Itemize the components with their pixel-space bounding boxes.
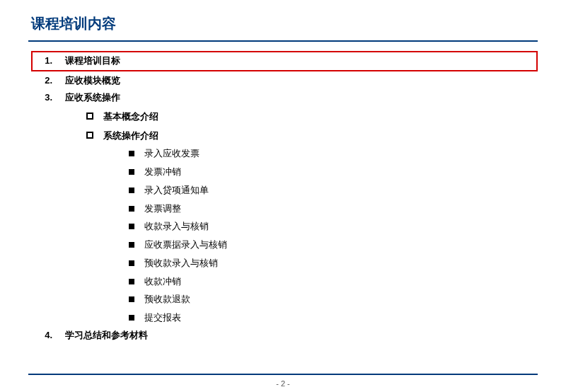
square-bullet-icon xyxy=(129,206,134,212)
toc-leaf-label: 收款冲销 xyxy=(144,274,181,291)
toc-item-3: 3. 应收系统操作 xyxy=(31,89,538,107)
toc-leaf-label: 应收票据录入与核销 xyxy=(144,237,227,254)
page-number: - 2 - xyxy=(0,379,566,388)
square-bullet-icon xyxy=(129,315,134,321)
toc-leaf-label: 收款录入与核销 xyxy=(144,219,209,236)
square-open-bullet-icon xyxy=(86,113,93,120)
toc-content: 1. 课程培训目标 2. 应收模块概览 3. 应收系统操作 基本概念介绍 系统操… xyxy=(28,51,538,345)
toc-num: 3. xyxy=(38,89,52,107)
toc-leaf-label: 发票冲销 xyxy=(144,164,181,181)
toc-sub-3a: 基本概念介绍 xyxy=(31,108,538,126)
toc-leaf: 发票冲销 xyxy=(31,164,538,181)
toc-leaf-label: 预收款录入与核销 xyxy=(144,255,218,272)
square-bullet-icon xyxy=(129,279,134,284)
toc-leaf: 录入应收发票 xyxy=(31,146,538,163)
toc-label: 学习总结和参考材料 xyxy=(65,327,148,345)
square-bullet-icon xyxy=(129,188,134,193)
toc-num: 2. xyxy=(38,72,52,90)
toc-label: 应收系统操作 xyxy=(65,89,120,107)
square-open-bullet-icon xyxy=(86,132,93,139)
toc-label: 课程培训目标 xyxy=(65,52,120,70)
toc-sub-label: 系统操作介绍 xyxy=(103,127,158,145)
page-title: 课程培训内容 xyxy=(28,14,538,33)
square-bullet-icon xyxy=(129,169,134,175)
title-underline xyxy=(28,40,538,42)
toc-leaf-label: 预收款退款 xyxy=(144,292,190,309)
toc-leaf-label: 录入应收发票 xyxy=(144,146,200,163)
square-bullet-icon xyxy=(129,260,134,266)
toc-leaf-label: 发票调整 xyxy=(144,201,181,218)
square-bullet-icon xyxy=(129,296,134,302)
toc-leaf-label: 提交报表 xyxy=(144,310,181,327)
square-bullet-icon xyxy=(129,224,134,229)
toc-leaf-label: 录入贷项通知单 xyxy=(144,183,209,200)
toc-item-1-highlighted: 1. 课程培训目标 xyxy=(31,51,538,71)
square-bullet-icon xyxy=(129,151,134,156)
toc-leaf: 提交报表 xyxy=(31,310,538,327)
toc-leaf: 预收款退款 xyxy=(31,292,538,309)
toc-item-2: 2. 应收模块概览 xyxy=(31,72,538,90)
toc-leaf: 预收款录入与核销 xyxy=(31,255,538,272)
toc-sub-3b: 系统操作介绍 xyxy=(31,127,538,145)
toc-leaf: 收款录入与核销 xyxy=(31,219,538,236)
toc-leaf: 发票调整 xyxy=(31,201,538,218)
toc-item-4: 4. 学习总结和参考材料 xyxy=(31,327,538,345)
toc-leaf: 收款冲销 xyxy=(31,274,538,291)
toc-num: 1. xyxy=(38,52,52,70)
toc-leaf: 应收票据录入与核销 xyxy=(31,237,538,254)
toc-num: 4. xyxy=(38,327,52,345)
toc-leaf: 录入贷项通知单 xyxy=(31,183,538,200)
square-bullet-icon xyxy=(129,242,134,248)
footer-rule xyxy=(28,374,538,375)
toc-sub-label: 基本概念介绍 xyxy=(103,108,158,126)
toc-label: 应收模块概览 xyxy=(65,72,120,90)
